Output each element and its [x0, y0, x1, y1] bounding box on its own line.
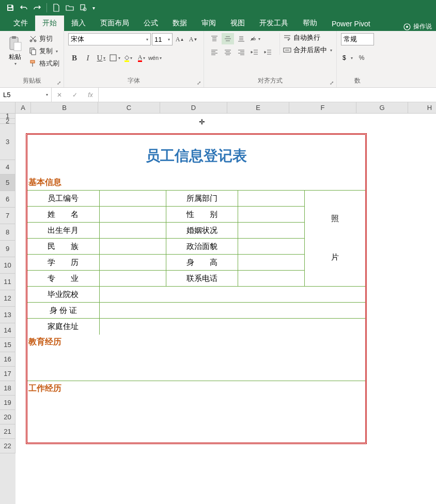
- font-name-combo[interactable]: 宋体▾: [68, 33, 151, 45]
- col-header[interactable]: E: [227, 102, 289, 113]
- print-preview-icon[interactable]: [77, 2, 89, 14]
- col-header[interactable]: C: [98, 102, 160, 113]
- italic-button[interactable]: I: [82, 52, 94, 64]
- value-name[interactable]: [99, 207, 166, 223]
- row-header[interactable]: 9: [0, 241, 15, 257]
- row-header[interactable]: 15: [0, 338, 15, 352]
- qat-customize-icon[interactable]: ▾: [90, 5, 97, 11]
- work-body[interactable]: [27, 396, 365, 443]
- value-marital[interactable]: [238, 223, 304, 239]
- value-ethnic[interactable]: [99, 239, 166, 255]
- name-box[interactable]: L5▾: [0, 88, 52, 102]
- col-header[interactable]: A: [15, 102, 31, 113]
- row-header[interactable]: 14: [0, 323, 15, 338]
- wrap-text-button[interactable]: 自动换行: [283, 33, 332, 42]
- row-header[interactable]: 12: [0, 290, 15, 307]
- col-header[interactable]: B: [31, 102, 98, 113]
- tab-formulas[interactable]: 公式: [136, 15, 165, 31]
- bold-button[interactable]: B: [68, 52, 81, 64]
- education-body[interactable]: [27, 350, 365, 381]
- decrease-font-icon[interactable]: A▼: [187, 33, 199, 45]
- increase-indent-icon[interactable]: [262, 46, 274, 58]
- row-header[interactable]: 6: [0, 191, 15, 208]
- row-header[interactable]: 5: [0, 175, 15, 191]
- row-header[interactable]: 17: [0, 367, 15, 381]
- tab-powerpivot[interactable]: Power Pivot: [324, 17, 378, 31]
- font-launcher-icon[interactable]: ⤢: [195, 79, 203, 86]
- paste-button[interactable]: 粘贴 ▾: [4, 33, 26, 66]
- value-birth[interactable]: [99, 223, 166, 239]
- font-size-combo[interactable]: 11▾: [152, 33, 173, 45]
- row-header[interactable]: 18: [0, 381, 15, 396]
- undo-icon[interactable]: [18, 2, 30, 14]
- tab-review[interactable]: 审阅: [194, 15, 223, 31]
- row-header[interactable]: 2: [0, 119, 15, 124]
- align-left-icon[interactable]: [208, 46, 221, 58]
- value-political[interactable]: [238, 239, 304, 255]
- row-header[interactable]: 8: [0, 224, 15, 241]
- value-phone[interactable]: [238, 271, 304, 287]
- tab-data[interactable]: 数据: [165, 15, 194, 31]
- decrease-indent-icon[interactable]: [248, 46, 261, 58]
- col-header[interactable]: H: [408, 102, 436, 113]
- align-top-icon[interactable]: [208, 33, 221, 44]
- new-file-icon[interactable]: [50, 2, 63, 14]
- accounting-format-icon[interactable]: $▾: [341, 52, 353, 64]
- value-empno[interactable]: [99, 191, 166, 207]
- increase-font-icon[interactable]: A▲: [174, 33, 186, 45]
- tab-home[interactable]: 开始: [35, 15, 64, 31]
- col-header[interactable]: F: [289, 102, 356, 113]
- tab-view[interactable]: 视图: [223, 15, 252, 31]
- open-file-icon[interactable]: [64, 2, 76, 14]
- row-header[interactable]: 19: [0, 396, 15, 410]
- merge-center-button[interactable]: 合并后居中▾: [283, 45, 332, 55]
- grid-cells[interactable]: ✛ 员工信息登记表 基本信息 员工编号 所属部门 照片 姓 名: [15, 114, 436, 504]
- row-header[interactable]: 3: [0, 124, 15, 160]
- value-gender[interactable]: [238, 207, 304, 223]
- row-header[interactable]: 22: [0, 439, 15, 453]
- row-header[interactable]: 11: [0, 274, 15, 290]
- align-bottom-icon[interactable]: [235, 33, 247, 44]
- row-header[interactable]: 4: [0, 160, 15, 175]
- save-icon[interactable]: [4, 2, 17, 14]
- phonetic-button[interactable]: wén▾: [149, 52, 161, 64]
- fill-color-button[interactable]: ◇▾: [122, 52, 134, 64]
- value-dept[interactable]: [238, 191, 304, 207]
- tab-developer[interactable]: 开发工具: [252, 15, 295, 31]
- number-format-combo[interactable]: 常规: [341, 33, 374, 45]
- tab-layout[interactable]: 页面布局: [93, 15, 136, 31]
- alignment-launcher-icon[interactable]: ⤢: [328, 79, 335, 86]
- font-color-button[interactable]: A▾: [135, 52, 148, 64]
- row-header[interactable]: 13: [0, 307, 15, 323]
- tell-me[interactable]: 操作说: [399, 22, 436, 31]
- worksheet[interactable]: A B C D E F G H 123456789101112131415161…: [0, 102, 436, 504]
- photo-cell[interactable]: 照片: [304, 191, 365, 287]
- underline-button[interactable]: U▾: [95, 52, 107, 64]
- fx-icon[interactable]: fx: [83, 88, 98, 102]
- value-addr[interactable]: [99, 319, 365, 335]
- cancel-formula-icon[interactable]: ✕: [52, 88, 67, 102]
- row-header[interactable]: 16: [0, 352, 15, 367]
- row-header[interactable]: 20: [0, 410, 15, 424]
- value-school[interactable]: [99, 287, 365, 303]
- row-header[interactable]: 21: [0, 424, 15, 439]
- tab-help[interactable]: 帮助: [295, 15, 324, 31]
- percent-format-icon[interactable]: %: [355, 52, 368, 64]
- format-painter-button[interactable]: 格式刷: [29, 59, 59, 68]
- clipboard-launcher-icon[interactable]: ⤢: [55, 79, 63, 86]
- column-headers[interactable]: A B C D E F G H: [15, 102, 436, 114]
- tab-insert[interactable]: 插入: [64, 15, 93, 31]
- value-edu[interactable]: [99, 255, 166, 271]
- row-header[interactable]: 7: [0, 208, 15, 224]
- orientation-icon[interactable]: ab▾: [248, 33, 261, 44]
- align-middle-icon[interactable]: [222, 33, 234, 44]
- redo-icon[interactable]: [31, 2, 43, 14]
- align-center-icon[interactable]: [222, 46, 234, 58]
- value-idcard[interactable]: [99, 303, 365, 319]
- align-right-icon[interactable]: [235, 46, 247, 58]
- value-height[interactable]: [238, 255, 304, 271]
- value-major[interactable]: [99, 271, 166, 287]
- copy-button[interactable]: 复制▾: [29, 46, 59, 56]
- col-header[interactable]: D: [160, 102, 227, 113]
- tab-file[interactable]: 文件: [6, 15, 35, 31]
